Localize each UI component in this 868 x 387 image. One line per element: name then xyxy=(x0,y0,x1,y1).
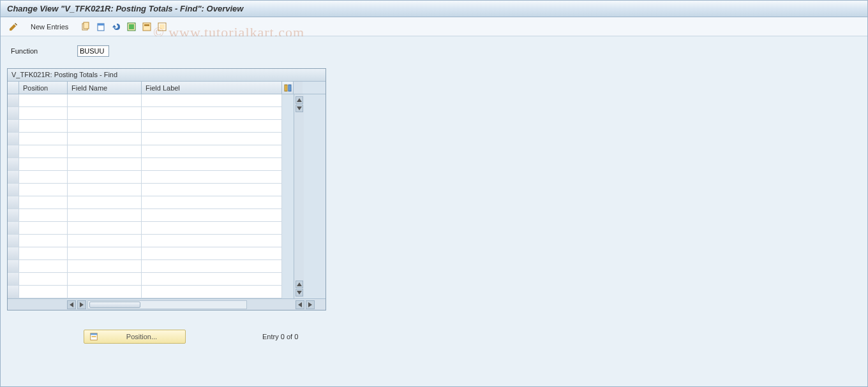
cell-field-name[interactable] xyxy=(68,145,142,158)
cell-position[interactable] xyxy=(19,94,68,107)
table-row[interactable] xyxy=(8,222,294,235)
table-row[interactable] xyxy=(8,209,294,222)
col-field-label[interactable]: Field Label xyxy=(142,82,282,94)
table-row[interactable] xyxy=(8,145,294,158)
cell-field-label[interactable] xyxy=(142,260,282,273)
cell-position[interactable] xyxy=(19,209,68,222)
cell-field-label[interactable] xyxy=(142,247,282,260)
scroll-left-icon[interactable] xyxy=(67,300,76,309)
function-field[interactable]: BUSUU xyxy=(77,45,109,57)
table-row[interactable] xyxy=(8,94,294,107)
cell-field-label[interactable] xyxy=(142,184,282,196)
row-selector[interactable] xyxy=(8,171,19,184)
cell-field-name[interactable] xyxy=(68,273,142,286)
horizontal-scrollbar[interactable] xyxy=(8,298,326,310)
table-row[interactable] xyxy=(8,171,294,184)
select-block-icon[interactable] xyxy=(140,20,153,33)
scroll-down2-icon[interactable] xyxy=(296,289,303,296)
scroll-down-icon[interactable] xyxy=(296,105,303,112)
cell-field-name[interactable] xyxy=(68,286,142,298)
cell-field-name[interactable] xyxy=(68,184,142,196)
vertical-scrollbar[interactable] xyxy=(294,94,304,298)
search-help-icon[interactable] xyxy=(116,45,126,57)
cell-field-label[interactable] xyxy=(142,222,282,235)
scroll-right-icon[interactable] xyxy=(77,300,86,309)
scroll-right2-icon[interactable] xyxy=(306,300,315,309)
cell-field-name[interactable] xyxy=(68,222,142,235)
row-selector[interactable] xyxy=(8,247,19,260)
deselect-icon[interactable] xyxy=(156,20,168,33)
table-row[interactable] xyxy=(8,286,294,298)
configure-columns-icon[interactable] xyxy=(282,82,294,94)
table-row[interactable] xyxy=(8,247,294,260)
col-select[interactable] xyxy=(8,82,19,94)
cell-position[interactable] xyxy=(19,120,68,133)
row-selector[interactable] xyxy=(8,120,19,133)
cell-field-name[interactable] xyxy=(68,209,142,222)
cell-field-label[interactable] xyxy=(142,107,282,120)
table-row[interactable] xyxy=(8,133,294,145)
cell-field-label[interactable] xyxy=(142,145,282,158)
cell-field-name[interactable] xyxy=(68,120,142,133)
cell-field-name[interactable] xyxy=(68,94,142,107)
cell-field-label[interactable] xyxy=(142,196,282,209)
table-row[interactable] xyxy=(8,235,294,247)
row-selector[interactable] xyxy=(8,286,19,298)
col-field-name[interactable]: Field Name xyxy=(68,82,142,94)
row-selector[interactable] xyxy=(8,235,19,247)
new-entries-button[interactable]: New Entries xyxy=(25,20,74,33)
cell-position[interactable] xyxy=(19,171,68,184)
cell-field-label[interactable] xyxy=(142,94,282,107)
cell-position[interactable] xyxy=(19,235,68,247)
cell-position[interactable] xyxy=(19,133,68,145)
cell-position[interactable] xyxy=(19,196,68,209)
cell-field-name[interactable] xyxy=(68,107,142,120)
delete-icon[interactable] xyxy=(94,20,107,33)
cell-field-label[interactable] xyxy=(142,209,282,222)
hscroll-thumb[interactable] xyxy=(89,302,140,308)
cell-field-name[interactable] xyxy=(68,235,142,247)
cell-position[interactable] xyxy=(19,107,68,120)
table-row[interactable] xyxy=(8,120,294,133)
select-all-icon[interactable] xyxy=(125,20,138,33)
table-row[interactable] xyxy=(8,184,294,196)
cell-field-label[interactable] xyxy=(142,273,282,286)
row-selector[interactable] xyxy=(8,260,19,273)
scroll-up-icon[interactable] xyxy=(296,96,303,104)
cell-field-name[interactable] xyxy=(68,133,142,145)
table-row[interactable] xyxy=(8,107,294,120)
cell-position[interactable] xyxy=(19,260,68,273)
row-selector[interactable] xyxy=(8,273,19,286)
row-selector[interactable] xyxy=(8,107,19,120)
cell-position[interactable] xyxy=(19,222,68,235)
row-selector[interactable] xyxy=(8,222,19,235)
cell-position[interactable] xyxy=(19,247,68,260)
cell-field-label[interactable] xyxy=(142,235,282,247)
cell-field-name[interactable] xyxy=(68,247,142,260)
table-row[interactable] xyxy=(8,158,294,171)
row-selector[interactable] xyxy=(8,184,19,196)
row-selector[interactable] xyxy=(8,145,19,158)
table-row[interactable] xyxy=(8,196,294,209)
col-position[interactable]: Position xyxy=(19,82,68,94)
cell-field-name[interactable] xyxy=(68,171,142,184)
cell-field-label[interactable] xyxy=(142,158,282,171)
cell-field-label[interactable] xyxy=(142,286,282,298)
row-selector[interactable] xyxy=(8,94,19,107)
edit-icon[interactable] xyxy=(7,20,20,33)
cell-position[interactable] xyxy=(19,184,68,196)
cell-field-name[interactable] xyxy=(68,158,142,171)
scroll-up2-icon[interactable] xyxy=(296,281,303,288)
cell-field-name[interactable] xyxy=(68,260,142,273)
table-row[interactable] xyxy=(8,260,294,273)
cell-field-name[interactable] xyxy=(68,196,142,209)
row-selector[interactable] xyxy=(8,196,19,209)
cell-field-label[interactable] xyxy=(142,133,282,145)
cell-position[interactable] xyxy=(19,145,68,158)
cell-position[interactable] xyxy=(19,273,68,286)
scroll-left2-icon[interactable] xyxy=(296,300,304,309)
row-selector[interactable] xyxy=(8,133,19,145)
hscroll-track[interactable] xyxy=(87,300,247,309)
cell-position[interactable] xyxy=(19,286,68,298)
row-selector[interactable] xyxy=(8,158,19,171)
